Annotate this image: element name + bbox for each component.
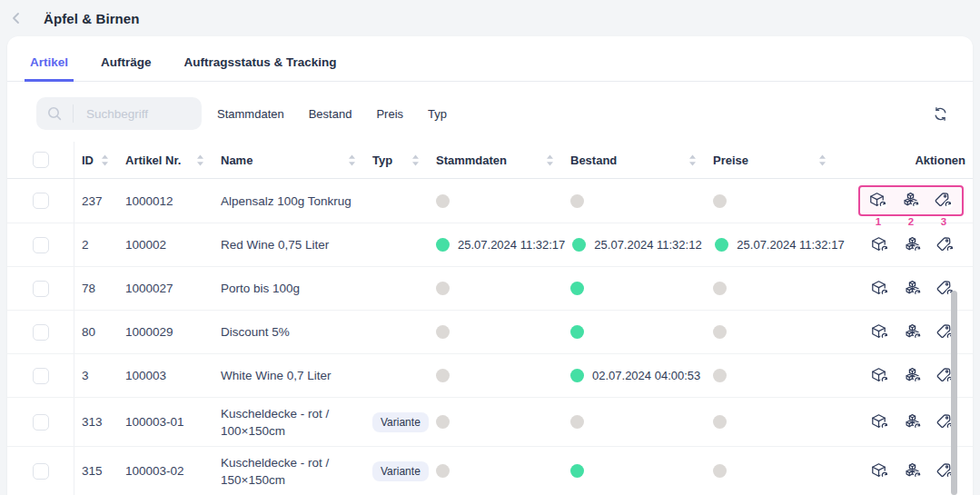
cube-sync-icon[interactable]: [870, 236, 890, 254]
filter-typ[interactable]: Typ: [428, 107, 447, 121]
sort-icon[interactable]: [411, 154, 420, 166]
row-id: 237: [82, 194, 103, 208]
status-dot-preise-unsynced: [713, 464, 727, 478]
row-artikel-nr: 100003: [125, 369, 166, 382]
column-header-name[interactable]: Name: [213, 142, 365, 178]
status-dot-bestand-synced: [570, 464, 584, 478]
column-header-id[interactable]: ID: [74, 142, 118, 178]
cubes-sync-icon[interactable]: [903, 413, 923, 431]
row-checkbox[interactable]: [33, 237, 49, 253]
cell-id: 3: [74, 354, 118, 397]
table-row: 315 100003-02 Kuscheldecke - rot / 150×1…: [7, 447, 973, 495]
filter-links: StammdatenBestandPreisTyp: [217, 107, 447, 121]
content-card: ArtikelAufträgeAuftragsstatus & Tracking…: [7, 36, 973, 495]
search-input[interactable]: [84, 106, 193, 122]
cell-typ: Variante: [365, 398, 429, 446]
row-checkbox[interactable]: [33, 463, 49, 480]
tag-sync-icon[interactable]: [934, 192, 954, 210]
status-dot-preise-unsynced: [713, 282, 727, 295]
cell-typ: [365, 354, 429, 397]
row-checkbox[interactable]: [33, 368, 49, 384]
cell-name: Red Wine 0,75 Liter: [213, 223, 365, 266]
cube-sync-icon[interactable]: [870, 280, 890, 298]
column-label: Preise: [713, 153, 748, 167]
row-name: Alpensalz 100g Tonkrug: [221, 193, 351, 210]
cube-sync-icon[interactable]: [868, 192, 888, 210]
filter-stammdaten[interactable]: Stammdaten: [217, 107, 284, 121]
refresh-icon: [932, 105, 949, 123]
sort-icon[interactable]: [546, 154, 554, 166]
cell-name: Alpensalz 100g Tonkrug: [213, 179, 365, 223]
filter-preis[interactable]: Preis: [376, 107, 403, 121]
status-dot-stammdaten-unsynced: [436, 464, 450, 478]
sort-icon[interactable]: [348, 154, 356, 166]
row-checkbox[interactable]: [33, 414, 49, 431]
row-actions: [862, 319, 964, 346]
column-header-stammdaten[interactable]: Stammdaten: [429, 142, 563, 178]
row-id: 3: [82, 369, 89, 382]
row-checkbox-cell: [7, 223, 74, 266]
cubes-sync-icon[interactable]: [903, 323, 923, 342]
cell-preise-status: [706, 354, 836, 397]
cell-stammdaten-status: [429, 398, 563, 446]
variante-badge: Variante: [372, 412, 429, 432]
row-checkbox[interactable]: [33, 281, 49, 297]
tag-sync-icon[interactable]: [935, 236, 955, 254]
cubes-sync-icon[interactable]: [903, 462, 923, 480]
sort-icon[interactable]: [818, 154, 827, 166]
cell-actions: 123: [836, 179, 973, 223]
cubes-sync-icon[interactable]: [903, 367, 923, 385]
status-dot-stammdaten-unsynced: [436, 415, 450, 429]
cell-artikel-nr: 1000029: [118, 311, 213, 353]
cube-sync-icon[interactable]: [870, 413, 890, 431]
sort-icon[interactable]: [196, 154, 204, 166]
row-id: 80: [82, 325, 95, 339]
tab-artikel[interactable]: Artikel: [25, 55, 74, 82]
cubes-sync-icon[interactable]: [903, 280, 923, 298]
cell-preise-status: [706, 179, 836, 223]
column-header-typ[interactable]: Typ: [365, 142, 429, 178]
back-button[interactable]: [4, 5, 29, 31]
column-header-preise[interactable]: Preise: [706, 142, 836, 178]
cubes-sync-icon[interactable]: [901, 192, 921, 210]
filter-bestand[interactable]: Bestand: [309, 107, 352, 121]
row-id: 315: [82, 464, 103, 478]
row-id: 78: [82, 282, 95, 295]
row-actions: [862, 458, 964, 485]
row-actions: 123: [858, 185, 964, 216]
refresh-button[interactable]: [929, 103, 951, 124]
cell-id: 2: [74, 223, 118, 266]
select-all-checkbox[interactable]: [33, 152, 49, 168]
table-body: 237 1000012 Alpensalz 100g Tonkrug 123: [7, 179, 973, 495]
row-checkbox[interactable]: [33, 193, 49, 209]
row-checkbox[interactable]: [33, 324, 49, 341]
cubes-sync-icon[interactable]: [903, 236, 923, 254]
cell-stammdaten-status: [429, 311, 563, 353]
status-dot-stammdaten-synced: [436, 238, 450, 252]
cell-artikel-nr: 100003-01: [118, 398, 213, 446]
cell-artikel-nr: 100003: [118, 354, 213, 397]
cell-bestand-status: [563, 179, 706, 223]
column-header-bestand[interactable]: Bestand: [563, 142, 706, 178]
tab-auftr-ge[interactable]: Aufträge: [95, 55, 157, 81]
cell-typ: [365, 267, 429, 310]
cell-preise-status: [706, 311, 836, 353]
column-label: Artikel Nr.: [125, 153, 181, 167]
scrollbar-thumb[interactable]: [951, 291, 957, 495]
articles-table: IDArtikel Nr.NameTypStammdatenBestandPre…: [7, 142, 973, 495]
sort-icon[interactable]: [688, 154, 697, 166]
column-label: Aktionen: [915, 153, 965, 167]
cell-id: 78: [74, 267, 118, 310]
sort-icon[interactable]: [101, 154, 109, 166]
column-header-artikel_nr[interactable]: Artikel Nr.: [118, 142, 213, 178]
cube-sync-icon[interactable]: [870, 462, 890, 480]
cube-sync-icon[interactable]: [870, 323, 890, 342]
status-dot-bestand-unsynced: [570, 194, 584, 208]
row-id: 313: [82, 415, 103, 429]
sync-timestamp: 25.07.2024 11:32:17: [737, 238, 844, 252]
status-dot-bestand-synced: [570, 369, 584, 382]
status-dot-preise-unsynced: [713, 415, 727, 429]
tab-auftragsstatus-tracking[interactable]: Auftragsstatus & Tracking: [179, 55, 342, 81]
search-box[interactable]: [36, 97, 202, 130]
cube-sync-icon[interactable]: [870, 367, 890, 385]
